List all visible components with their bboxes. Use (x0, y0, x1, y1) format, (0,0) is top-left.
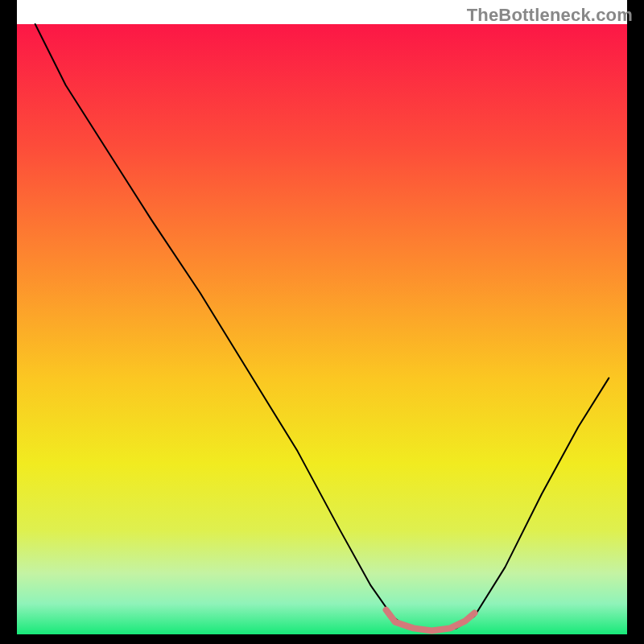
bottleneck-chart (0, 0, 644, 644)
chart-svg (0, 0, 644, 644)
svg-rect-2 (627, 0, 644, 644)
svg-rect-3 (0, 634, 644, 644)
svg-rect-0 (17, 24, 627, 634)
watermark-text: TheBottleneck.com (467, 5, 633, 26)
svg-rect-1 (0, 0, 17, 644)
